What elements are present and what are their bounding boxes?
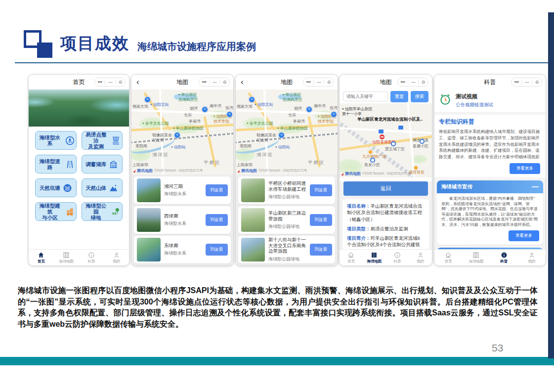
minimize-icon[interactable]: — bbox=[108, 80, 113, 85]
building-icon bbox=[65, 207, 75, 217]
video-title: 测试视频 bbox=[456, 93, 493, 100]
tencent-logo-icon bbox=[237, 169, 240, 173]
tab-home[interactable]: 首页 bbox=[434, 250, 462, 265]
tile-flood-point[interactable]: 易涝点整治 及监测 bbox=[82, 131, 123, 150]
miniprogram-capsule[interactable]: ••• — ⊙ bbox=[199, 78, 230, 87]
field-row: 项目类型：易涝点整治及监测 bbox=[347, 225, 425, 232]
sponge-site-marker[interactable]: ≈ bbox=[174, 132, 180, 138]
tab-science[interactable]: 科普 bbox=[490, 250, 518, 265]
miniprogram-capsule[interactable]: ••• — ⊙ bbox=[397, 78, 428, 87]
tab-label: 科普 bbox=[500, 259, 508, 264]
video-link[interactable]: 公告视频链接测试 bbox=[456, 102, 493, 108]
tab-mine[interactable]: 我的 bbox=[518, 250, 546, 265]
close-icon[interactable]: ⊙ bbox=[327, 80, 331, 85]
more-icon[interactable]: ••• bbox=[306, 80, 311, 85]
community-marker bbox=[370, 158, 375, 163]
tile-sponge-water-system[interactable]: 海绵型水系 bbox=[35, 131, 77, 150]
map-poi-label: 上陈家坝 bbox=[132, 163, 148, 168]
search-input[interactable] bbox=[343, 91, 388, 101]
search-button[interactable]: 搜索 bbox=[411, 91, 428, 102]
city-map[interactable]: 羊山新区 北湖风景区 信阳北站 熊家大坝 胡湾 南牛湾 张湾 仓房 李家湾 金牛… bbox=[236, 89, 338, 174]
go-here-button[interactable]: 到这里 bbox=[206, 184, 228, 196]
tab-sponge-map[interactable]: 海绵地图 bbox=[54, 250, 79, 265]
tab-mine[interactable]: 我的 bbox=[409, 250, 432, 265]
map-icon bbox=[472, 252, 479, 259]
site-card[interactable]: 浉河三期海绵型水系 到这里 bbox=[134, 176, 231, 204]
tile-label: 海绵型水系 bbox=[37, 134, 63, 146]
go-here-button[interactable]: 到这里 bbox=[206, 244, 228, 256]
tab-mine[interactable]: 我的 bbox=[104, 250, 129, 265]
tab-home[interactable]: 首页 bbox=[29, 250, 54, 265]
tab-sponge-map[interactable]: 海绵地图 bbox=[363, 250, 386, 265]
project-map[interactable]: 信阳市羊山新区 第十一小学 羊山新区青龙河流域合流制小区及.. 信阳圣康医院 南… bbox=[340, 103, 432, 177]
presentation-slide: 项目成效 海绵城市设施程序应用案例 首页 ••• — ⊙ 海绵型水系 易涝点整治… bbox=[0, 0, 554, 392]
site-card[interactable]: 西绿廊海绵型水系 到这里 bbox=[134, 206, 231, 234]
sponge-site-marker[interactable]: ≈ bbox=[278, 132, 285, 138]
map-icon bbox=[371, 252, 378, 259]
close-icon[interactable]: ⊙ bbox=[119, 80, 122, 85]
more-icon[interactable]: ••• bbox=[98, 80, 102, 85]
sponge-site-marker[interactable]: ≈ bbox=[249, 96, 255, 103]
tile-label: 天然山体 bbox=[85, 185, 106, 191]
site-card[interactable]: 平桥区小桥胡同透水停车场新建工程海绵型公园绿地 到这里 bbox=[238, 176, 335, 204]
sponge-site-marker[interactable]: ≈ bbox=[144, 96, 151, 103]
map-brand: 腾讯地图 bbox=[345, 171, 361, 176]
miniprogram-capsule[interactable]: ••• — ⊙ bbox=[94, 78, 126, 87]
collapse-dash-icon[interactable] bbox=[532, 186, 539, 187]
tab-science[interactable]: 科普 bbox=[386, 250, 409, 265]
site-card[interactable]: 新十八街与新十一大道交叉口东南角边带游园海绵型公园绿地 到这里 bbox=[238, 236, 335, 263]
community-marker bbox=[391, 141, 396, 146]
tab-sponge-map[interactable]: 海绵地图 bbox=[462, 250, 490, 265]
go-here-button[interactable]: 到这里 bbox=[310, 184, 333, 196]
tile-natural-pond[interactable]: 天然坑塘 bbox=[35, 178, 77, 197]
promo-card-header[interactable]: 海绵城市宣传 bbox=[437, 180, 543, 193]
miniprogram-capsule[interactable]: ••• — ⊙ bbox=[511, 78, 542, 87]
reset-button[interactable]: 重置 bbox=[390, 91, 408, 102]
more-icon[interactable]: ••• bbox=[202, 80, 207, 85]
minimize-icon[interactable]: — bbox=[525, 80, 529, 85]
tab-home[interactable]: 首页 bbox=[340, 250, 363, 265]
tile-sponge-building[interactable]: 海绵型建筑 与小区 bbox=[35, 202, 77, 221]
map-poi-label: 楚王城丁区 bbox=[385, 147, 405, 152]
title-bar: 项目成效 海绵城市设施程序应用案例 bbox=[60, 33, 256, 55]
back-icon[interactable]: ‹ bbox=[241, 76, 244, 88]
more-icon[interactable]: ••• bbox=[401, 80, 405, 85]
map-poi-label: 李家湾 bbox=[293, 119, 305, 124]
field-row: 项目名称：羊山新区青龙河流域合流制小区及合流制公建混错接改造工程（铭鑫小区） bbox=[347, 203, 425, 222]
tile-natural-mountain[interactable]: 天然山体 bbox=[82, 178, 123, 197]
view-more-button[interactable]: 查看更多 bbox=[509, 230, 539, 241]
return-button[interactable]: 返回 bbox=[343, 181, 428, 196]
tile-sponge-park[interactable]: 海绵型公园 绿地 bbox=[82, 202, 123, 221]
go-here-button[interactable]: 到这里 bbox=[206, 214, 228, 226]
site-card[interactable]: 羊山新区新三路边带游园海绵型公园绿地 到这里 bbox=[238, 206, 335, 234]
close-icon[interactable]: ⊙ bbox=[535, 80, 539, 85]
miniprogram-capsule[interactable]: ••• — ⊙ bbox=[303, 78, 334, 87]
map-poi-label: 熊家大坝 bbox=[132, 104, 148, 109]
building-marker bbox=[398, 125, 404, 130]
minimize-icon[interactable]: — bbox=[411, 80, 416, 85]
tile-reservoir[interactable]: 调蓄湖库 bbox=[82, 155, 123, 174]
site-type: 海绵型公园绿地 bbox=[268, 194, 306, 200]
close-icon[interactable]: ⊙ bbox=[223, 80, 226, 85]
more-icon[interactable]: ••• bbox=[514, 80, 519, 85]
minimize-icon[interactable]: — bbox=[317, 80, 321, 85]
minimize-icon[interactable]: — bbox=[213, 80, 217, 85]
close-icon[interactable]: ⊙ bbox=[422, 80, 425, 85]
city-map[interactable]: 羊山新区 北湖风景区 信阳北站 熊家大坝 胡湾 南牛湾 张湾 仓房 李家湾 金牛… bbox=[131, 89, 233, 174]
map-icon bbox=[63, 252, 70, 259]
go-here-button[interactable]: 到这里 bbox=[310, 244, 333, 256]
hospital-marker bbox=[379, 134, 385, 140]
sponge-site-marker[interactable]: ≈ bbox=[226, 111, 233, 118]
view-more-button[interactable]: 查看更多 bbox=[510, 163, 540, 174]
tab-science[interactable]: 科普 bbox=[79, 250, 104, 265]
site-card[interactable]: 东绿廊海绵型水系 到这里 bbox=[134, 236, 231, 263]
map-poi-label: 南牛湾 bbox=[210, 104, 221, 109]
sponge-site-marker[interactable]: ≈ bbox=[331, 111, 337, 118]
go-here-button[interactable]: 到这里 bbox=[310, 214, 333, 226]
tile-label: 天然坑塘 bbox=[40, 185, 60, 191]
back-icon[interactable]: ‹ bbox=[136, 76, 139, 88]
tile-sponge-road[interactable]: 海绵型道路 bbox=[35, 155, 77, 174]
sponge-site-marker[interactable]: ≈ bbox=[202, 106, 208, 113]
sponge-site-marker[interactable]: ≈ bbox=[306, 106, 312, 113]
video-item[interactable]: 测试视频 公告视频链接测试 bbox=[434, 89, 546, 113]
